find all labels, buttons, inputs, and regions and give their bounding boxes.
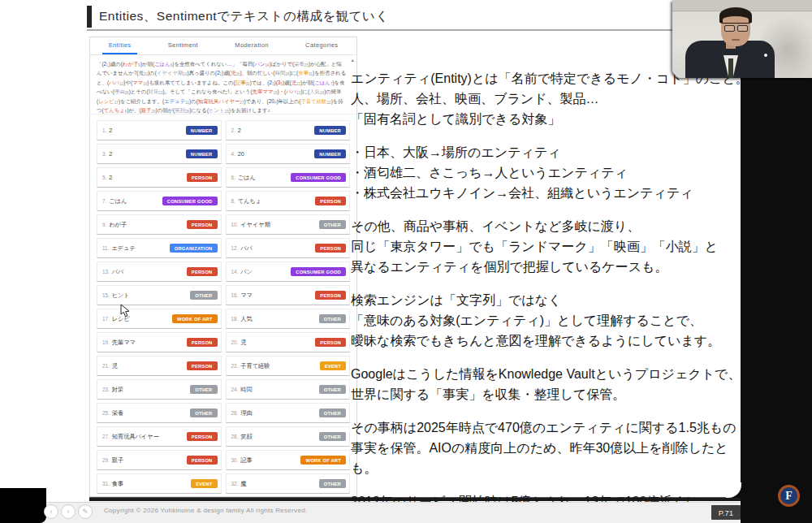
presenter-lapel-pin — [764, 54, 767, 57]
entity-mention: ごはん — [154, 61, 171, 67]
entity-row: 13.パパPERSON — [97, 262, 222, 282]
entity-row: 18.人気OTHER — [226, 309, 351, 329]
brand-f-logo: F — [778, 485, 800, 507]
entity-name: 笑顔 — [240, 433, 252, 441]
entity-row: 19.先輩ママPERSON — [97, 332, 222, 352]
entity-type-badge: PERSON — [187, 220, 218, 229]
entity-row: 7.ごはんCONSUMER GOOD — [97, 191, 222, 211]
entity-name: てんちょ — [238, 197, 261, 205]
entity-index: 5. — [102, 175, 106, 180]
entity-index: 16. — [231, 292, 239, 298]
page-number-badge: P.71 — [711, 505, 741, 520]
entity-mention: 時間 — [275, 70, 286, 76]
entity-index: 28. — [231, 434, 239, 439]
entity-type-badge: PERSON — [187, 173, 218, 182]
entity-type-badge: ORGANIZATION — [170, 244, 218, 253]
entity-index: 12. — [231, 245, 239, 251]
analyzer-tab-bar: EntitiesSentimentModerationCategories — [90, 37, 356, 55]
annotated-text-panel: 「(21)歳の(わが子9)が朝(ごはん6)を全然食べてくれない…」「毎日(パン1… — [90, 55, 356, 115]
entity-index: 10. — [231, 222, 239, 227]
entity-mention: 栄養 — [294, 61, 304, 67]
copyright-text: Copyright © 2026 Yuhkinoine & design fam… — [104, 507, 307, 514]
entity-row: 21.児PERSON — [97, 356, 222, 376]
prev-slide-button[interactable]: ‹ — [44, 504, 58, 519]
entity-row: 32.魔OTHER — [226, 473, 351, 494]
entity-name: 2 — [109, 127, 112, 134]
entity-mention: てんちょ — [104, 107, 125, 113]
entity-name: 知育玩具バイヤー — [112, 433, 159, 441]
nl-analyzer-screenshot: EntitiesSentimentModerationCategories 「(… — [89, 37, 357, 497]
entity-type-badge: PERSON — [315, 197, 346, 205]
entity-row: 5.2PERSON — [97, 167, 222, 188]
entity-name: 理由 — [240, 409, 252, 417]
entity-row: 17.レシピWORK OF ART — [97, 309, 222, 329]
slide-title: Entities、Sentimentでテキストの構成を観ていく — [99, 8, 389, 25]
entity-type-badge: OTHER — [319, 408, 346, 417]
entity-index: 22. — [231, 363, 239, 369]
tab-moderation[interactable]: Moderation — [228, 37, 275, 54]
entity-mention: エデュテ — [164, 98, 185, 104]
mouse-cursor-icon — [120, 304, 131, 318]
entity-name: 栄養 — [112, 409, 123, 417]
entity-index: 2. — [231, 128, 235, 133]
entity-name: 対策 — [112, 386, 123, 394]
entity-name: 時間 — [240, 386, 252, 394]
entity-row: 27.知育玩具バイヤーPERSON — [97, 426, 222, 447]
entity-row: 30.記事WORK OF ART — [226, 450, 351, 470]
entity-index: 26. — [231, 410, 239, 416]
entity-name: わが子 — [109, 221, 127, 229]
entity-mention: パパ — [286, 89, 296, 94]
entity-index: 6. — [231, 175, 235, 180]
tab-entities[interactable]: Entities — [102, 37, 138, 54]
entity-name: イヤイヤ期 — [240, 221, 270, 229]
entity-row: 25.栄養OTHER — [97, 403, 222, 423]
entity-type-badge: PERSON — [315, 291, 346, 300]
entity-name: ママ — [240, 292, 253, 300]
edit-button[interactable]: ✎ — [78, 504, 93, 519]
entity-row: 28.笑顔OTHER — [226, 426, 351, 447]
entity-type-badge: NUMBER — [186, 126, 218, 135]
entity-type-badge: OTHER — [190, 291, 217, 300]
entity-index: 30. — [231, 457, 239, 463]
entity-type-badge: CONSUMER GOOD — [162, 197, 218, 205]
entity-name: 児 — [240, 339, 246, 347]
entity-row: 3.2NUMBER — [97, 144, 222, 164]
entity-index: 11. — [102, 245, 109, 251]
tab-sentiment[interactable]: Sentiment — [162, 37, 205, 54]
entity-type-badge: PERSON — [187, 456, 218, 465]
entity-name: 先輩ママ — [112, 339, 136, 347]
entity-name: パパ — [112, 268, 124, 276]
entity-index: 4. — [231, 151, 235, 157]
entity-mention: パパ — [109, 80, 119, 85]
scroll-up-icon[interactable]: ▲ — [351, 57, 355, 65]
entity-type-badge: EVENT — [320, 361, 346, 370]
entity-type-badge: CONSUMER GOOD — [291, 267, 346, 276]
entity-mention: パン — [254, 61, 265, 67]
tab-categories[interactable]: Categories — [299, 37, 344, 54]
entity-mention: 食事 — [298, 70, 309, 76]
entity-mention: 知育玩具バイヤー — [198, 98, 240, 104]
entity-type-badge: OTHER — [190, 408, 217, 417]
entity-type-badge: NUMBER — [186, 149, 218, 158]
entity-name: ごはん — [109, 197, 127, 205]
entity-type-badge: PERSON — [187, 338, 218, 347]
entity-index: 18. — [231, 316, 239, 322]
entity-row: 29.親子PERSON — [97, 450, 222, 470]
entity-name: パン — [240, 268, 253, 276]
next-slide-button[interactable]: › — [61, 504, 76, 519]
entity-mention: ヒント — [209, 107, 225, 113]
entity-name: 2 — [109, 150, 112, 158]
entity-index: 15. — [102, 292, 110, 298]
entity-index: 32. — [231, 481, 239, 486]
entity-type-badge: PERSON — [187, 432, 218, 441]
entity-row: 1.2NUMBER — [97, 120, 222, 140]
entity-type-badge: NUMBER — [314, 149, 346, 158]
entity-index: 23. — [102, 387, 110, 392]
entity-mention: 理由 — [114, 89, 125, 94]
entity-index: 13. — [102, 269, 110, 274]
entity-row: 26.理由OTHER — [226, 403, 351, 423]
slide-paragraph: その事柄は2025年時点で470億のエンティティに関する1.5兆もの 事実を保管… — [351, 417, 750, 478]
entity-row: 16.ママPERSON — [226, 285, 351, 305]
entity-name: 2 — [109, 174, 112, 181]
presenter-webcam — [672, 0, 812, 78]
